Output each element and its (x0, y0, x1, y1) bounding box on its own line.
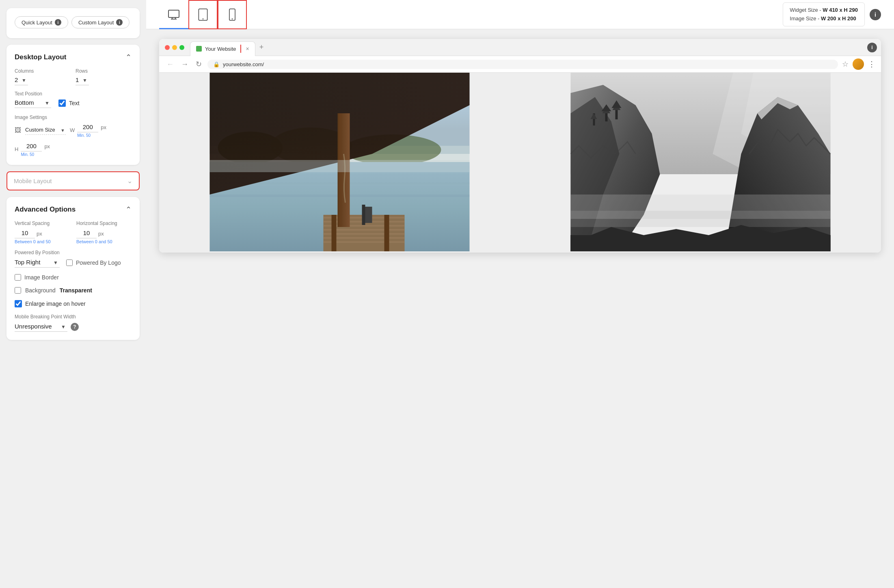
forward-button[interactable]: → (179, 59, 190, 69)
width-label: W (70, 127, 75, 133)
enlarge-checkbox[interactable] (15, 300, 22, 307)
tablet-icon (197, 8, 209, 21)
nav-right: ☆ ⋮ (842, 58, 875, 70)
image-border-checkbox[interactable] (15, 274, 21, 281)
mobile-layout-section[interactable]: Mobile Layout ⌄ (6, 171, 140, 190)
tablet-device-button[interactable] (188, 0, 218, 29)
text-position-select-wrapper: Bottom Top Left Right ▼ (15, 98, 51, 108)
horizontal-spacing-label: Horizontal Spacing (76, 220, 132, 226)
toolbar-info-icon[interactable]: i (870, 9, 881, 20)
svg-point-5 (203, 18, 204, 19)
svg-point-7 (232, 18, 233, 19)
width-min-label: Min. 50 (77, 133, 91, 138)
mobile-device-button[interactable] (218, 0, 247, 29)
mobile-bp-row: Unresponsive 480px 768px ▼ ? (15, 322, 132, 332)
desktop-icon (167, 8, 180, 21)
advanced-options-title: Advanced Options (15, 205, 76, 214)
tab-indicator (240, 45, 241, 53)
custom-layout-button[interactable]: Custom Layout i (71, 16, 130, 28)
custom-layout-info-icon[interactable]: i (116, 19, 123, 26)
tab-favicon (196, 46, 202, 52)
horizontal-spacing-input[interactable] (76, 229, 97, 238)
height-input-wrap: Min. 50 (21, 142, 42, 157)
spacing-fields: Vertical Spacing px Between 0 and 50 Hor… (15, 220, 132, 244)
text-checkbox[interactable] (58, 99, 66, 107)
refresh-button[interactable]: ↻ (194, 59, 203, 69)
powered-logo-checkbox[interactable] (66, 259, 73, 266)
rows-select[interactable]: 1 2 3 (76, 76, 89, 85)
left-panel: Quick Layout i Custom Layout i Desktop L… (0, 0, 146, 588)
minimize-dot[interactable] (172, 45, 177, 50)
powered-by-select[interactable]: Top Right Top Left Bottom Right Bottom L… (15, 258, 60, 268)
powered-by-position-field: Powered By Position Top Right Top Left B… (15, 250, 60, 268)
layout-toggle-card: Quick Layout i Custom Layout i (6, 8, 140, 38)
columns-select[interactable]: 2 1 3 4 (15, 76, 28, 85)
nav-bar: ← → ↻ 🔒 yourwebsite.com/ ☆ ⋮ (159, 56, 881, 73)
desktop-layout-title: Desktop Layout (15, 53, 67, 61)
powered-by-position-label: Powered By Position (15, 250, 60, 255)
enlarge-row: Enlarge image on hover (15, 300, 132, 307)
height-min-label: Min. 50 (21, 152, 34, 157)
widget-size-row: Widget Size - W 410 x H 290 (790, 6, 858, 15)
more-icon[interactable]: ⋮ (868, 60, 875, 69)
width-field: W Min. 50 px (70, 123, 106, 138)
height-field: H Min. 50 px (15, 142, 50, 157)
text-position-select[interactable]: Bottom Top Left Right (15, 98, 51, 108)
horizontal-spacing-input-row: px (76, 229, 132, 238)
photo-cell-2 (520, 73, 881, 253)
image-size-prefix: Image Size - (790, 15, 821, 22)
vertical-spacing-input[interactable] (15, 229, 35, 238)
tab-add-icon[interactable]: + (255, 43, 268, 52)
powered-by-select-wrapper: Top Right Top Left Bottom Right Bottom L… (15, 258, 60, 268)
browser-wrap: Your Website × + i ← → ↻ 🔒 yourwebsite.c… (146, 29, 894, 588)
image-border-row: Image Border (15, 274, 132, 281)
tab-close-icon[interactable]: × (246, 45, 249, 52)
horizontal-spacing-hint: Between 0 and 50 (76, 239, 132, 244)
columns-label: Columns (15, 68, 71, 74)
toolbar-right: Widget Size - W 410 x H 290 Image Size -… (783, 2, 881, 27)
maximize-dot[interactable] (179, 45, 184, 50)
mobile-bp-select[interactable]: Unresponsive 480px 768px (15, 322, 67, 332)
image-settings-row: 🖼 Custom Size Small Medium Large ▼ W Min… (15, 123, 132, 157)
mobile-layout-chevron-icon: ⌄ (127, 177, 132, 185)
background-value: Transparent (60, 287, 92, 294)
bookmark-icon[interactable]: ☆ (842, 60, 849, 69)
photo-1-svg (159, 73, 520, 251)
back-button[interactable]: ← (165, 59, 175, 69)
advanced-options-chevron-icon[interactable]: ⌃ (125, 205, 132, 214)
address-bar[interactable]: 🔒 yourwebsite.com/ (207, 60, 838, 69)
svg-rect-25 (332, 215, 337, 251)
user-avatar[interactable] (853, 58, 864, 70)
right-panel: Widget Size - W 410 x H 290 Image Size -… (146, 0, 894, 588)
horizontal-spacing-px-label: px (98, 231, 104, 237)
widget-size-prefix: Widget Size - (790, 7, 823, 13)
quick-layout-info-icon[interactable]: i (55, 19, 61, 26)
text-checkbox-row: Text (58, 99, 80, 107)
height-input[interactable] (21, 142, 42, 151)
width-input-wrap: Min. 50 (77, 123, 98, 138)
photo-cell-1 (159, 73, 520, 253)
tab-title: Your Website (205, 46, 236, 52)
svg-rect-26 (384, 215, 389, 251)
rows-field: Rows 1 2 3 ▼ (76, 68, 132, 85)
image-size-select[interactable]: Custom Size Small Medium Large (25, 126, 66, 135)
columns-field: Columns 2 1 3 4 ▼ (15, 68, 71, 85)
image-size-row: Image Size - W 200 x H 200 (790, 15, 858, 23)
quick-layout-button[interactable]: Quick Layout i (15, 16, 68, 28)
text-position-label: Text Position (15, 91, 132, 97)
close-dot[interactable] (165, 45, 170, 50)
desktop-device-button[interactable] (159, 0, 188, 29)
mobile-layout-title: Mobile Layout (14, 177, 52, 184)
svg-rect-32 (210, 160, 470, 172)
browser-info-icon[interactable]: i (867, 43, 877, 52)
background-checkbox[interactable] (15, 287, 21, 294)
svg-rect-0 (168, 10, 179, 17)
image-border-label: Image Border (24, 274, 59, 281)
address-text: yourwebsite.com/ (223, 61, 264, 67)
width-px-label: px (101, 123, 106, 130)
mobile-bp-help-icon[interactable]: ? (71, 323, 79, 331)
quick-layout-label: Quick Layout (22, 19, 52, 26)
width-input[interactable] (77, 123, 98, 132)
desktop-layout-chevron-icon[interactable]: ⌃ (125, 53, 132, 62)
browser-tab[interactable]: Your Website × (190, 41, 255, 56)
